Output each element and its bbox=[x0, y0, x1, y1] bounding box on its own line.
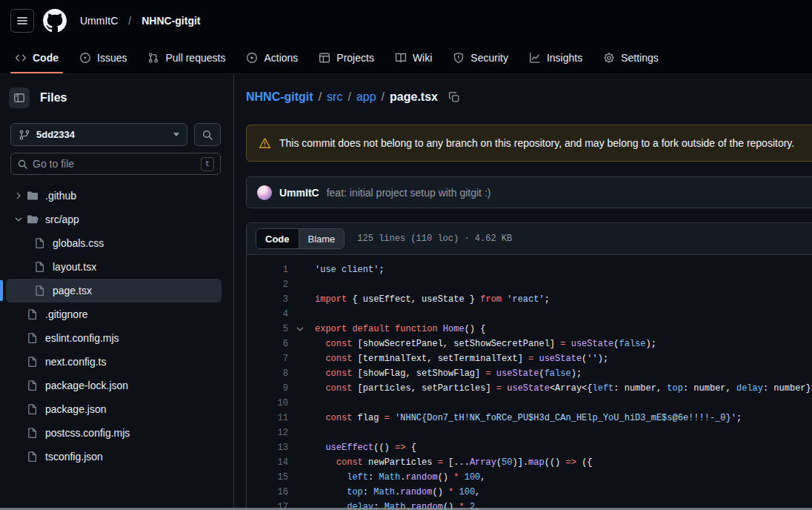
code-tab[interactable]: Code bbox=[256, 229, 299, 248]
commit-author[interactable]: UmmItC bbox=[279, 187, 319, 199]
tree-item-label: .github bbox=[45, 190, 76, 202]
tree-item-page-tsx[interactable]: page.tsx bbox=[6, 279, 222, 302]
issue-icon bbox=[79, 52, 91, 64]
tab-insights[interactable]: Insights bbox=[522, 42, 590, 73]
tab-label: Insights bbox=[547, 52, 582, 64]
avatar[interactable] bbox=[257, 185, 272, 200]
sidebar-search-button[interactable] bbox=[194, 123, 221, 146]
shield-icon bbox=[453, 52, 465, 64]
tree-item-label: page.tsx bbox=[53, 285, 92, 297]
book-icon bbox=[395, 52, 407, 64]
path-app-link[interactable]: app bbox=[356, 90, 376, 104]
code-line-4: 4 bbox=[247, 307, 812, 322]
alert-triangle-icon bbox=[259, 137, 271, 150]
fold-chevron-icon[interactable] bbox=[288, 324, 315, 334]
collapse-sidebar-button[interactable] bbox=[9, 87, 30, 108]
code-line-16: 16 top: Math.random() * 100, bbox=[247, 485, 812, 500]
tree-item-package-lock-json[interactable]: package-lock.json bbox=[6, 374, 222, 397]
selected-indicator bbox=[0, 280, 3, 301]
line-number[interactable]: 15 bbox=[247, 472, 288, 483]
line-number[interactable]: 4 bbox=[247, 309, 288, 319]
code-text: const [particles, setParticles] = useSta… bbox=[315, 383, 812, 394]
goto-file-input[interactable] bbox=[33, 158, 196, 170]
tab-label: Issues bbox=[97, 52, 127, 64]
chevron-down-icon bbox=[173, 133, 179, 136]
file-icon bbox=[27, 427, 39, 439]
tree-item-tsconfig-json[interactable]: tsconfig.json bbox=[6, 445, 222, 468]
commit-message[interactable]: feat: initial project setup with gitgit … bbox=[327, 187, 491, 199]
line-number[interactable]: 7 bbox=[247, 354, 288, 364]
code-icon bbox=[15, 52, 27, 64]
tree-item-globals-css[interactable]: globals.css bbox=[6, 231, 222, 255]
branch-row: 5dd2334 bbox=[10, 123, 221, 146]
chevron-right-icon bbox=[12, 191, 27, 201]
file-icon bbox=[27, 451, 39, 463]
file-icon bbox=[27, 380, 39, 391]
line-number[interactable]: 13 bbox=[247, 443, 288, 453]
line-number[interactable]: 12 bbox=[247, 428, 288, 438]
code-text: left: Math.random() * 100, bbox=[315, 472, 486, 483]
line-number[interactable]: 3 bbox=[247, 294, 288, 305]
sidebar-panel-icon bbox=[13, 92, 25, 104]
path-repo-link[interactable]: NHNC-gitgit bbox=[246, 90, 313, 104]
tree-item-label: postcss.config.mjs bbox=[45, 427, 130, 439]
tab-wiki[interactable]: Wiki bbox=[387, 42, 439, 73]
line-number[interactable]: 16 bbox=[247, 487, 288, 497]
gear-icon bbox=[603, 52, 615, 64]
github-logo-icon[interactable] bbox=[43, 9, 67, 33]
blame-tab[interactable]: Blame bbox=[299, 229, 345, 248]
file-icon bbox=[27, 308, 39, 320]
line-number[interactable]: 1 bbox=[247, 265, 288, 275]
hamburger-menu-button[interactable] bbox=[10, 9, 34, 33]
tree-item-label: tsconfig.json bbox=[45, 451, 103, 463]
files-title: Files bbox=[40, 91, 67, 105]
tab-projects[interactable]: Projects bbox=[311, 42, 382, 73]
line-number[interactable]: 14 bbox=[247, 457, 288, 468]
owner-link[interactable]: UmmItC bbox=[76, 12, 122, 30]
tree-item-next-config-ts[interactable]: next.config.ts bbox=[6, 350, 222, 374]
repo-link[interactable]: NHNC-gitgit bbox=[137, 12, 204, 30]
line-number[interactable]: 10 bbox=[247, 398, 288, 408]
code-line-9: 9 const [particles, setParticles] = useS… bbox=[247, 381, 812, 396]
code-line-6: 6 const [showSecretPanel, setShowSecretP… bbox=[247, 337, 812, 351]
tab-label: Code bbox=[33, 52, 59, 64]
code-line-8: 8 const [showFlag, setShowFlag] = useSta… bbox=[247, 366, 812, 381]
line-number[interactable]: 8 bbox=[247, 368, 288, 379]
file-meta: 125 lines (110 loc) · 4.62 KB bbox=[357, 234, 512, 244]
tree-item-package-json[interactable]: package.json bbox=[6, 397, 222, 421]
code-line-5: 5export default function Home() { bbox=[247, 322, 812, 337]
tab-issues[interactable]: Issues bbox=[72, 42, 134, 73]
line-number[interactable]: 11 bbox=[247, 413, 288, 423]
app-header: UmmItC / NHNC-gitgit bbox=[0, 0, 812, 42]
tree-item--github[interactable]: .github bbox=[6, 184, 222, 208]
code-text: import { useEffect, useState } from 'rea… bbox=[315, 294, 550, 305]
line-number[interactable]: 2 bbox=[247, 279, 288, 290]
tree-item-eslint-config-mjs[interactable]: eslint.config.mjs bbox=[6, 326, 222, 350]
tab-pull-requests[interactable]: Pull requests bbox=[140, 42, 233, 73]
code-line-13: 13 useEffect(() => { bbox=[247, 440, 812, 455]
file-breadcrumb: NHNC-gitgit / src / app / page.tsx bbox=[246, 90, 460, 104]
line-number[interactable]: 5 bbox=[247, 324, 288, 334]
keyboard-shortcut-badge: t bbox=[201, 157, 214, 171]
copy-path-button[interactable] bbox=[448, 91, 460, 103]
tree-item-label: package.json bbox=[45, 403, 107, 415]
code-text: const flag = 'NHNC{Don7_tH!NK_foRCe_PU$H… bbox=[315, 413, 742, 423]
line-number[interactable]: 9 bbox=[247, 383, 288, 394]
line-number[interactable]: 6 bbox=[247, 339, 288, 349]
branch-selector[interactable]: 5dd2334 bbox=[10, 123, 187, 146]
tree-item-label: globals.css bbox=[53, 237, 104, 249]
code-line-12: 12 bbox=[247, 425, 812, 440]
breadcrumb: UmmItC / NHNC-gitgit bbox=[76, 12, 205, 30]
warning-text: This commit does not belong to any branc… bbox=[279, 137, 794, 149]
tree-item-layout-tsx[interactable]: layout.tsx bbox=[6, 255, 222, 279]
tab-security[interactable]: Security bbox=[445, 42, 516, 73]
tree-item-postcss-config-mjs[interactable]: postcss.config.mjs bbox=[6, 421, 222, 445]
folder-icon bbox=[27, 190, 39, 202]
tab-label: Settings bbox=[621, 52, 659, 64]
tab-actions[interactable]: Actions bbox=[239, 42, 305, 73]
tree-item-src-app[interactable]: src/app bbox=[6, 208, 222, 231]
path-src-link[interactable]: src bbox=[327, 90, 342, 104]
tree-item--gitignore[interactable]: .gitignore bbox=[6, 302, 222, 326]
tab-code[interactable]: Code bbox=[7, 42, 66, 73]
tab-settings[interactable]: Settings bbox=[596, 42, 666, 73]
